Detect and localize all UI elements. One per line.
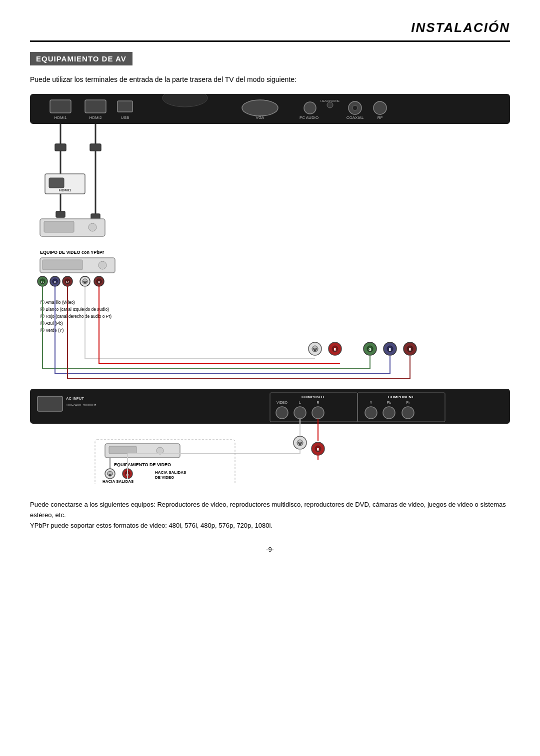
svg-point-17 [374,101,386,114]
svg-text:COMPONENT: COMPONENT [388,395,414,399]
page-header: INSTALACIÓN [30,20,510,35]
svg-text:R: R [98,280,100,284]
svg-text:HDMI1: HDMI1 [59,188,72,192]
svg-point-94 [312,407,324,419]
svg-point-90 [276,407,288,419]
svg-text:G: G [368,348,372,351]
diagram-svg: HDMI1 HDMI2 USB VGA PC AUDIO HEADPHONE C… [30,94,510,484]
svg-text:HACIA SALIDAS: HACIA SALIDAS [155,470,186,475]
svg-text:HACIA SALIDAS: HACIA SALIDAS [102,479,134,484]
svg-point-34 [88,223,96,231]
svg-point-92 [294,407,306,419]
svg-rect-113 [109,446,136,454]
svg-text:W: W [84,280,87,284]
section-heading: EQUIPAMIENTO DE AV [30,52,510,74]
page-number: -9- [30,546,510,553]
svg-text:VGA: VGA [256,115,265,120]
svg-text:EQUIPO DE VIDEO con YPbPr: EQUIPO DE VIDEO con YPbPr [40,250,104,255]
svg-text:AC-INPUT: AC-INPUT [66,396,84,401]
svg-rect-22 [90,144,101,151]
svg-text:W: W [108,473,112,476]
svg-text:PC AUDIO: PC AUDIO [300,115,318,120]
svg-text:RF: RF [378,115,383,120]
svg-text:R: R [334,348,336,351]
svg-text:Pb: Pb [387,401,392,404]
main-diagram: HDMI1 HDMI2 USB VGA PC AUDIO HEADPHONE C… [30,94,510,486]
svg-text:Y: Y [370,401,372,404]
svg-text:DE VIDEO: DE VIDEO [155,475,174,480]
svg-point-15 [352,105,358,110]
section-heading-label: EQUIPAMIENTO DE AV [30,52,132,65]
svg-text:R: R [408,348,411,351]
svg-rect-3 [85,100,106,113]
svg-point-12 [327,102,333,108]
svg-text:R: R [316,401,319,404]
svg-text:100-240V~50/60Hz: 100-240V~50/60Hz [66,403,96,407]
svg-text:W: W [298,442,302,445]
svg-point-8 [242,100,278,116]
svg-point-103 [402,407,414,419]
svg-point-114 [156,447,164,454]
svg-text:COAXIAL: COAXIAL [346,115,364,120]
svg-rect-84 [38,396,62,411]
svg-point-101 [383,407,395,419]
svg-text:Ⓨ Amarillo (video)
      Ⓦ Bla: Ⓨ Amarillo (video) Ⓦ Blanco (canal Izqui… [40,300,113,333]
svg-point-38 [98,261,106,269]
svg-point-10 [304,102,316,114]
svg-rect-5 [118,101,132,112]
svg-text:EQUIPAMIENTO DE VIDEO: EQUIPAMIENTO DE VIDEO [114,462,171,467]
svg-point-99 [365,407,377,419]
svg-text:HEADPHONE: HEADPHONE [320,99,340,102]
svg-rect-29 [56,211,65,217]
bottom-text-block: Puede conectarse a los siguientes equipo… [30,500,510,531]
header-divider [30,40,510,42]
page-title: INSTALACIÓN [411,20,510,35]
svg-text:HDMI1: HDMI1 [54,115,67,120]
svg-text:L: L [299,401,301,404]
svg-text:B: B [388,348,391,351]
svg-rect-37 [42,260,82,270]
bottom-text-line1: Puede conectarse a los siguientes equipo… [30,500,510,521]
svg-text:G: G [41,280,44,284]
svg-text:COMPOSITE: COMPOSITE [302,395,326,399]
svg-rect-26 [49,178,64,188]
svg-rect-33 [44,221,74,232]
svg-text:R: R [66,280,68,284]
intro-text: Puede utilizar los terminales de entrada… [30,74,510,85]
svg-text:W: W [314,348,317,351]
svg-text:R: R [316,448,319,451]
svg-rect-1 [50,100,71,113]
svg-rect-20 [55,144,66,151]
svg-text:USB: USB [121,115,129,120]
svg-text:Pr: Pr [406,401,410,404]
svg-text:VIDEO: VIDEO [276,401,288,404]
bottom-text-line2: YPbPr puede soportar estos formatos de v… [30,521,510,531]
svg-text:B: B [54,280,56,284]
svg-text:HDMI2: HDMI2 [90,115,102,120]
